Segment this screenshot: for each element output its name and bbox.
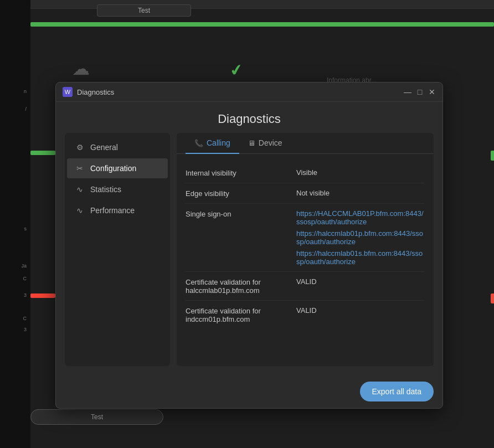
close-button[interactable]: ✕ xyxy=(428,88,436,96)
value-cert-indccm: VALID xyxy=(296,306,425,315)
nav-label-statistics: Statistics xyxy=(90,185,121,194)
export-all-data-button[interactable]: Export all data xyxy=(360,382,434,401)
row-cert-indccm: Certificate validation for indccm01p.bfm… xyxy=(186,301,425,329)
label-internal-visibility: Internal visibility xyxy=(186,168,296,177)
dialog-footer: Export all data xyxy=(56,375,442,408)
right-red-marker xyxy=(491,293,494,303)
tab-device-label: Device xyxy=(259,138,282,147)
value-single-sign-on: https://HALCCMLAB01P.bfm.com:8443/ssosp/… xyxy=(296,209,425,266)
cloud-icon: ☁ xyxy=(72,58,90,79)
nav-item-configuration[interactable]: ✂ Configuration xyxy=(67,158,168,178)
dialog-body: ⚙ General ✂ Configuration ∿ Statistics ∿… xyxy=(56,133,442,375)
tab-calling-label: Calling xyxy=(207,138,230,147)
sidebar-label-3: s xyxy=(0,226,29,231)
nav-item-statistics[interactable]: ∿ Statistics xyxy=(67,179,168,199)
tab-device[interactable]: 🖥 Device xyxy=(239,133,291,154)
monitor-icon: 🖥 xyxy=(248,139,255,147)
tab-calling[interactable]: 📞 Calling xyxy=(186,133,239,154)
dialog-title: Diagnostics xyxy=(77,88,404,96)
red-indicator xyxy=(30,293,55,298)
sidebar-label-5: C xyxy=(0,276,29,281)
nav-label-general: General xyxy=(90,143,118,152)
phone-icon: 📞 xyxy=(194,139,203,147)
top-bar: Test xyxy=(30,0,494,9)
sidebar-label-1: n xyxy=(0,89,29,94)
test-button-bottom[interactable]: Test xyxy=(30,409,163,425)
app-icon: W xyxy=(63,87,73,97)
dialog-titlebar: W Diagnostics — □ ✕ xyxy=(56,83,442,102)
maximize-button[interactable]: □ xyxy=(416,88,424,96)
right-green-marker xyxy=(491,151,494,161)
label-edge-visibility: Edge visibility xyxy=(186,189,296,198)
sidebar-label-6: 3 xyxy=(0,292,29,298)
value-internal-visibility: Visible xyxy=(296,168,425,177)
green-indicator xyxy=(30,151,55,155)
sidebar-label-2: / xyxy=(0,106,29,112)
window-controls: — □ ✕ xyxy=(404,88,436,96)
diagnostics-dialog: W Diagnostics — □ ✕ Diagnostics ⚙ Genera… xyxy=(55,82,443,409)
label-cert-indccm: Certificate validation for indccm01p.bfm… xyxy=(186,306,296,323)
nav-label-configuration: Configuration xyxy=(90,164,136,173)
sidebar-label-8: 3 xyxy=(0,327,29,332)
value-cert-halcc: VALID xyxy=(296,277,425,286)
label-cert-halcc: Certificate validation for halccmlab01p.… xyxy=(186,277,296,295)
nav-label-performance: Performance xyxy=(90,206,135,215)
dialog-content-panel: 📞 Calling 🖥 Device Internal visibility V… xyxy=(177,133,434,366)
value-edge-visibility: Not visible xyxy=(296,189,425,197)
label-single-sign-on: Single sign-on xyxy=(186,209,296,218)
gear-icon: ⚙ xyxy=(75,143,85,152)
nav-item-performance[interactable]: ∿ Performance xyxy=(67,200,168,220)
stats-icon: ∿ xyxy=(75,185,85,194)
sso-link-2[interactable]: https://halccmlab01p.bfm.com:8443/ssosp/… xyxy=(296,229,425,246)
sidebar-label-4: Ja xyxy=(0,263,29,269)
dialog-heading: Diagnostics xyxy=(56,102,442,133)
minimize-button[interactable]: — xyxy=(404,88,411,96)
row-single-sign-on: Single sign-on https://HALCCMLAB01P.bfm.… xyxy=(186,204,425,272)
scissors-icon: ✂ xyxy=(75,164,85,173)
progress-bar xyxy=(30,22,494,27)
sidebar xyxy=(0,0,30,448)
check-icon: ✔ xyxy=(228,60,244,80)
dialog-nav: ⚙ General ✂ Configuration ∿ Statistics ∿… xyxy=(65,133,170,366)
row-cert-halcc: Certificate validation for halccmlab01p.… xyxy=(186,272,425,301)
test-button-top[interactable]: Test xyxy=(97,4,191,17)
nav-item-general[interactable]: ⚙ General xyxy=(67,137,168,157)
content-rows: Internal visibility Visible Edge visibil… xyxy=(177,154,434,366)
sso-link-1[interactable]: https://HALCCMLAB01P.bfm.com:8443/ssosp/… xyxy=(296,209,425,226)
sidebar-label-7: C xyxy=(0,316,29,321)
sso-link-3[interactable]: https://halccmlab01s.bfm.com:8443/ssosp/… xyxy=(296,249,425,266)
row-internal-visibility: Internal visibility Visible xyxy=(186,163,425,183)
performance-icon: ∿ xyxy=(75,206,85,215)
row-edge-visibility: Edge visibility Not visible xyxy=(186,183,425,204)
content-tabs: 📞 Calling 🖥 Device xyxy=(177,133,434,154)
